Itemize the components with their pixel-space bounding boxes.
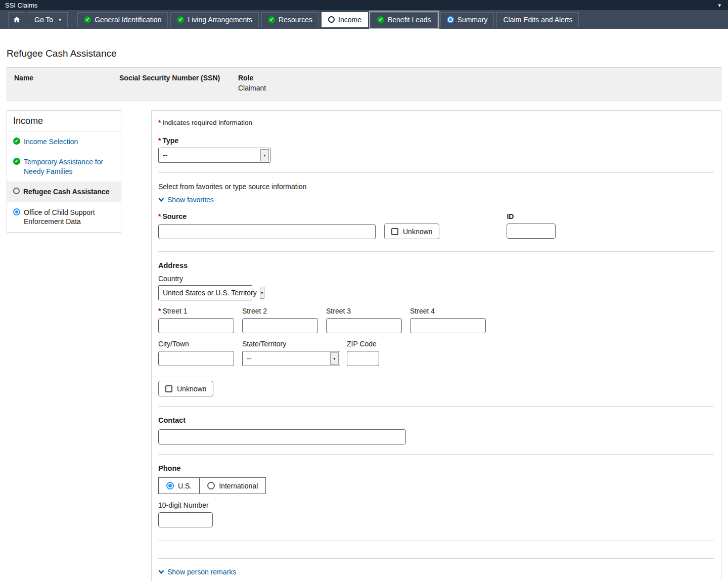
- tab-label: Resources: [279, 16, 312, 24]
- id-label: ID: [507, 212, 556, 220]
- check-circle-icon: ✓: [13, 158, 20, 165]
- tab-general-identification[interactable]: ✓ General Identification: [77, 12, 168, 27]
- check-circle-icon: ✓: [377, 16, 384, 23]
- required-information-note: *Indicates required information: [158, 119, 714, 126]
- street2-input[interactable]: [242, 318, 318, 333]
- street3-input[interactable]: [326, 318, 402, 333]
- sidebar-item-label: Refugee Cash Assistance: [23, 187, 110, 196]
- ten-digit-number-input[interactable]: [158, 512, 213, 527]
- app-title-bar: SSI Claims ▾: [0, 0, 728, 10]
- zip-input[interactable]: [347, 351, 379, 366]
- favorites-instruction: Select from favorites or type source inf…: [158, 183, 714, 191]
- contact-heading: Contact: [158, 416, 714, 424]
- claimant-name-column: Name: [14, 74, 119, 93]
- sidebar-item-refugee-cash-assistance[interactable]: Refugee Cash Assistance: [7, 182, 121, 202]
- sidebar-item-label: Temporary Assistance for Needy Families: [24, 157, 115, 176]
- divider: [158, 406, 714, 407]
- name-label: Name: [14, 74, 119, 82]
- type-select-value: --: [163, 151, 167, 159]
- app-menu-caret-icon[interactable]: ▾: [716, 2, 723, 9]
- check-circle-icon: ✓: [84, 16, 91, 23]
- street4-input[interactable]: [410, 318, 486, 333]
- ssn-value: [119, 84, 238, 93]
- country-select-value: United States or U.S. Territory: [163, 289, 257, 297]
- sidebar-title: Income: [7, 111, 121, 131]
- phone-us-radio[interactable]: U.S.: [159, 478, 199, 494]
- goto-dropdown[interactable]: Go To ▾: [28, 12, 68, 27]
- chevron-down-icon: [158, 569, 164, 574]
- country-select[interactable]: United States or U.S. Territory ▼: [158, 285, 252, 300]
- required-asterisk: *: [158, 137, 161, 145]
- id-input[interactable]: [507, 224, 556, 239]
- tab-label: General Identification: [95, 16, 161, 24]
- required-asterisk: *: [158, 119, 161, 126]
- circle-outline-icon: [328, 16, 335, 23]
- caret-down-icon: ▾: [59, 17, 61, 22]
- tab-label: Claim Edits and Alerts: [503, 16, 572, 24]
- refugee-cash-assistance-form: *Indicates required information *Type --…: [151, 110, 721, 581]
- city-input[interactable]: [158, 351, 234, 366]
- name-value: [14, 84, 119, 93]
- divider: [158, 541, 714, 541]
- required-note-text: Indicates required information: [162, 119, 252, 126]
- main-navigation: Go To ▾ ✓ General Identification ✓ Livin…: [0, 10, 728, 29]
- street2-label: Street 2: [242, 307, 318, 315]
- radio-unselected-icon: [207, 482, 215, 489]
- page-title: Refugee Cash Assistance: [7, 48, 721, 59]
- tab-label: Living Arrangements: [188, 16, 252, 24]
- street1-label: *Street 1: [158, 307, 234, 315]
- tab-living-arrangements[interactable]: ✓ Living Arrangements: [170, 12, 259, 27]
- tab-income[interactable]: Income: [322, 12, 368, 27]
- role-label: Role: [238, 74, 266, 82]
- source-input[interactable]: [158, 224, 376, 239]
- state-label: State/Territory: [242, 340, 340, 348]
- checkbox-icon: [391, 228, 398, 235]
- city-label: City/Town: [158, 340, 234, 348]
- sidebar-item-label: Income Selection: [24, 137, 78, 146]
- tab-label: Income: [338, 16, 361, 24]
- street1-input[interactable]: [158, 318, 234, 333]
- home-button[interactable]: [8, 12, 25, 27]
- income-section-sidebar: Income ✓ Income Selection ✓ Temporary As…: [7, 110, 121, 233]
- sidebar-item-income-selection[interactable]: ✓ Income Selection: [7, 131, 121, 152]
- page-body: Refugee Cash Assistance Name Social Secu…: [0, 48, 728, 581]
- radio-dot-icon: [13, 208, 20, 215]
- ten-digit-number-label: 10-digit Number: [158, 501, 714, 509]
- phone-type-radio-group: U.S. International: [158, 477, 266, 494]
- divider: [158, 454, 714, 455]
- radio-selected-icon: [166, 482, 174, 489]
- tab-resources[interactable]: ✓ Resources: [261, 12, 319, 27]
- zip-label: ZIP Code: [347, 340, 379, 348]
- sidebar-item-tanf[interactable]: ✓ Temporary Assistance for Needy Familie…: [7, 152, 121, 182]
- show-favorites-link[interactable]: Show favorites: [158, 196, 214, 204]
- select-caret-icon: ▼: [260, 149, 269, 161]
- source-unknown-checkbox[interactable]: Unknown: [384, 224, 439, 239]
- check-circle-icon: ✓: [177, 16, 184, 23]
- claimant-role-column: Role Claimant: [238, 74, 266, 93]
- contact-input[interactable]: [158, 429, 406, 444]
- tab-claim-edits-and-alerts[interactable]: Claim Edits and Alerts: [496, 12, 579, 27]
- required-asterisk: *: [158, 212, 161, 220]
- check-circle-icon: ✓: [268, 16, 275, 23]
- claimant-ssn-column: Social Security Number (SSN): [119, 74, 238, 93]
- street4-label: Street 4: [410, 307, 486, 315]
- goto-label: Go To: [34, 16, 53, 24]
- address-unknown-checkbox[interactable]: Unknown: [158, 381, 213, 396]
- tab-label: Summary: [458, 16, 488, 24]
- ssn-label: Social Security Number (SSN): [119, 74, 238, 82]
- type-select[interactable]: -- ▼: [158, 148, 270, 163]
- checkbox-icon: [165, 385, 172, 392]
- tab-benefit-leads[interactable]: ✓ Benefit Leads: [371, 12, 438, 27]
- chevron-down-icon: [158, 197, 164, 202]
- tab-label: Benefit Leads: [388, 16, 431, 24]
- type-label: *Type: [158, 137, 714, 145]
- sidebar-item-ocse-data[interactable]: Office of Child Support Enforcement Data: [7, 202, 121, 232]
- radio-dot-icon: [447, 16, 454, 23]
- phone-international-radio[interactable]: International: [199, 478, 265, 494]
- show-person-remarks-link[interactable]: Show person remarks: [158, 568, 236, 576]
- sidebar-item-label: Office of Child Support Enforcement Data: [24, 208, 115, 227]
- divider: [158, 558, 714, 559]
- tab-summary[interactable]: Summary: [440, 12, 494, 27]
- state-select[interactable]: -- ▼: [242, 351, 340, 366]
- source-label: *Source: [158, 212, 439, 220]
